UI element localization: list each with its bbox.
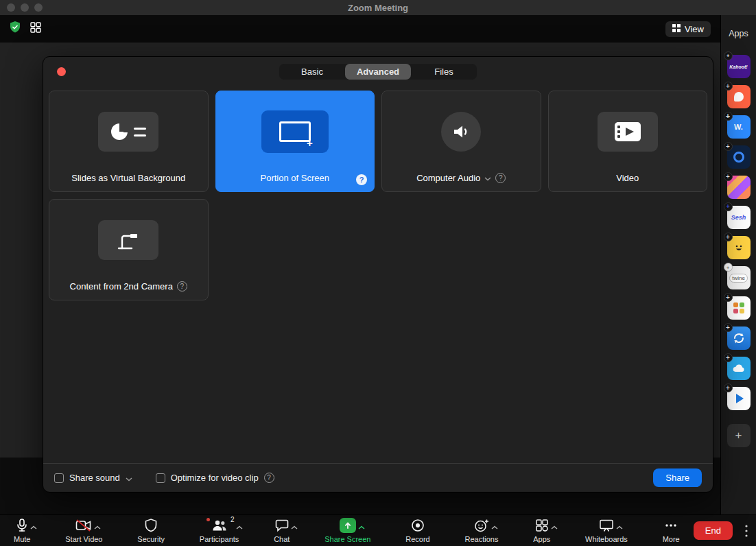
kebab-menu-icon[interactable]	[745, 525, 748, 537]
share-button[interactable]: Share	[653, 468, 702, 487]
dialog-close-button[interactable]	[57, 67, 66, 76]
apps-label: Apps	[533, 535, 550, 543]
mute-label: Mute	[14, 535, 30, 543]
record-label: Record	[405, 535, 429, 543]
tile-portion-of-screen[interactable]: Portion of Screen	[215, 91, 375, 192]
toolbar-whiteboards[interactable]: Whiteboards	[581, 517, 632, 545]
zoom-meeting-window: Zoom Meeting View Apps Kahoot!	[0, 0, 756, 546]
share-screen-icon	[340, 518, 356, 533]
tile-computer-audio[interactable]: Computer Audio	[381, 91, 541, 192]
meeting-topbar: View	[0, 15, 720, 43]
sesh-app-icon[interactable]: Sesh	[727, 206, 751, 229]
tab-advanced[interactable]: Advanced	[345, 64, 411, 80]
chevron-down-icon[interactable]	[484, 173, 491, 183]
cloud-glyph	[732, 363, 746, 374]
chat-chevron-up-icon[interactable]	[291, 520, 298, 532]
computer-audio-help-icon[interactable]	[495, 173, 506, 183]
apps-sidebar: Apps Kahoot! W. Sesh	[720, 15, 756, 514]
portion-of-screen-icon	[261, 110, 329, 153]
reactions-icon	[474, 518, 489, 533]
add-app-badge	[724, 383, 733, 392]
share-chevron-up-icon[interactable]	[358, 520, 365, 532]
toolbar-apps[interactable]: Apps	[529, 517, 554, 545]
optimize-help-icon[interactable]	[264, 473, 274, 483]
add-app-badge	[724, 353, 733, 362]
tab-basic[interactable]: Basic	[279, 64, 345, 80]
apps-chevron-up-icon[interactable]	[551, 520, 558, 532]
video-file-icon	[598, 112, 658, 152]
share-sound-chevron-down-icon[interactable]	[126, 472, 132, 484]
cloud-app-icon[interactable]	[727, 357, 751, 380]
tile-video[interactable]: Video	[548, 91, 708, 192]
ring-app-icon[interactable]	[727, 145, 751, 169]
end-meeting-button[interactable]: End	[694, 521, 733, 540]
tile-label: Content from 2nd Camera	[70, 281, 173, 292]
participants-chevron-up-icon[interactable]	[236, 520, 243, 532]
tile-label: Video	[616, 173, 639, 183]
titlebar: Zoom Meeting	[0, 0, 756, 15]
tile-label: Portion of Screen	[261, 173, 329, 183]
second-camera-help-icon[interactable]	[177, 281, 187, 292]
add-app-badge	[724, 142, 733, 151]
share-sound-label[interactable]: Share sound	[69, 473, 120, 483]
ring-app-glyph	[733, 152, 744, 163]
orange-app-icon[interactable]	[727, 85, 751, 108]
toolbar-chat[interactable]: Chat	[270, 517, 294, 545]
toolbar-share-screen[interactable]: Share Screen	[320, 517, 375, 545]
toolbar-record[interactable]: Record	[401, 517, 434, 545]
share-dialog-footer: Share sound Optimize for video clip Shar…	[43, 463, 713, 492]
tab-files[interactable]: Files	[411, 64, 477, 80]
w-app-label: W.	[734, 123, 743, 131]
add-more-apps-button[interactable]	[727, 424, 751, 447]
twine-app-label: twine	[729, 274, 748, 283]
toolbar-start-video[interactable]: Start Video	[61, 517, 106, 545]
add-kahoot-badge	[724, 51, 733, 60]
add-app-badge	[724, 263, 733, 272]
layout-grid-icon[interactable]	[30, 22, 41, 36]
apps-icon	[535, 518, 549, 533]
view-button-label: View	[685, 24, 704, 34]
whiteboards-label: Whiteboards	[585, 535, 628, 543]
play-glyph	[736, 394, 744, 403]
color-tiles-app-icon[interactable]	[727, 296, 751, 320]
encryption-shield-icon[interactable]	[10, 21, 21, 36]
twine-app-icon[interactable]: twine	[727, 266, 751, 289]
optimize-video-checkbox[interactable]	[156, 473, 165, 483]
play-app-icon[interactable]	[727, 387, 751, 410]
sync-app-icon[interactable]	[727, 327, 751, 350]
tile-slides-virtual-background[interactable]: Slides as Virtual Background	[49, 91, 209, 192]
toolbar-more[interactable]: More	[659, 517, 684, 545]
shield-icon	[145, 518, 157, 533]
reactions-label: Reactions	[465, 535, 499, 543]
toolbar-security[interactable]: Security	[133, 517, 169, 545]
kahoot-app-icon[interactable]: Kahoot!	[727, 55, 751, 78]
mute-chevron-up-icon[interactable]	[30, 520, 37, 532]
stripes-app-icon[interactable]	[727, 176, 751, 199]
share-options-grid: Slides as Virtual Background Portion of …	[49, 91, 707, 300]
participants-icon: 2	[211, 518, 228, 533]
speaker-glyph	[451, 123, 471, 140]
screen-portion-frame-glyph	[279, 121, 311, 142]
portion-help-icon[interactable]	[356, 174, 367, 185]
tile-content-2nd-camera[interactable]: Content from 2nd Camera	[49, 199, 209, 300]
more-label: More	[663, 535, 680, 543]
smiley-app-icon[interactable]	[727, 236, 751, 259]
video-camera-off-icon	[75, 518, 92, 533]
sync-arrows-glyph	[732, 331, 746, 345]
add-app-badge	[724, 323, 733, 332]
video-chevron-up-icon[interactable]	[94, 520, 101, 532]
add-app-badge	[724, 202, 733, 211]
share-dialog-tabs: Basic Advanced Files	[279, 64, 477, 80]
share-sound-checkbox[interactable]	[54, 473, 64, 483]
reactions-chevron-up-icon[interactable]	[491, 520, 498, 532]
optimize-video-label[interactable]: Optimize for video clip	[171, 473, 259, 483]
w-app-icon[interactable]: W.	[727, 115, 751, 139]
toolbar-mute[interactable]: Mute	[10, 517, 34, 545]
toolbar-participants[interactable]: 2 Participants	[196, 517, 243, 545]
toolbar-reactions[interactable]: Reactions	[461, 517, 503, 545]
smiley-glyph	[733, 241, 745, 254]
slides-virtual-background-icon	[98, 112, 158, 152]
view-button[interactable]: View	[665, 21, 711, 37]
whiteboards-chevron-up-icon[interactable]	[616, 520, 623, 532]
tile-label: Computer Audio	[416, 173, 480, 183]
